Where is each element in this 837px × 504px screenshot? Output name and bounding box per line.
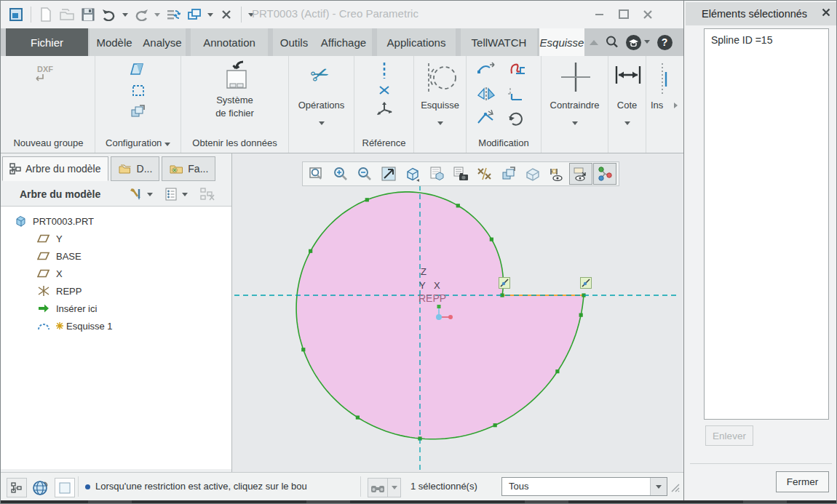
tree-item-csys[interactable]: REPP bbox=[1, 282, 231, 300]
cote-caret[interactable] bbox=[624, 121, 630, 125]
ins-overflow-arrow-icon[interactable] bbox=[674, 103, 678, 108]
zoom-window-icon[interactable] bbox=[305, 163, 328, 185]
file-system-button[interactable]: Système de fichier bbox=[181, 59, 288, 119]
corner-trim-icon[interactable] bbox=[507, 87, 525, 101]
window-switch-icon[interactable] bbox=[186, 7, 202, 23]
divide-icon[interactable] bbox=[477, 110, 496, 126]
new-file-icon[interactable] bbox=[38, 7, 54, 23]
constraints-display-icon[interactable] bbox=[569, 163, 592, 185]
tab-analyse[interactable]: Analyse bbox=[139, 28, 186, 56]
csys-x-handle[interactable] bbox=[448, 315, 453, 319]
tab-applications[interactable]: Applications bbox=[377, 28, 456, 56]
spline-point[interactable] bbox=[490, 238, 493, 241]
scissors-icon[interactable]: ✂ bbox=[307, 60, 333, 89]
dxf-import-icon[interactable]: DXF bbox=[37, 65, 53, 73]
tree-item-datum-y[interactable]: Y bbox=[1, 230, 231, 247]
tab-tellwatch[interactable]: TellWATCH bbox=[461, 28, 537, 56]
csys-z-handle[interactable] bbox=[437, 305, 441, 308]
tab-dossiers[interactable]: D... bbox=[111, 156, 160, 181]
sketch-orientation-icon[interactable] bbox=[497, 163, 520, 185]
constrain-plus-icon[interactable] bbox=[560, 60, 591, 94]
csys-origin-handle[interactable] bbox=[436, 314, 442, 320]
view-manager-icon[interactable] bbox=[425, 163, 448, 185]
redo-icon[interactable] bbox=[133, 7, 149, 23]
tree-settings-caret[interactable] bbox=[182, 193, 188, 196]
help-icon[interactable]: ? bbox=[656, 33, 673, 51]
vertices-display-icon[interactable] bbox=[593, 163, 616, 185]
saved-views-icon[interactable] bbox=[449, 163, 472, 185]
window-switch-caret[interactable] bbox=[207, 13, 213, 17]
save-icon[interactable] bbox=[80, 7, 96, 23]
tangent-constraint-badge[interactable] bbox=[580, 277, 592, 289]
sketch-circle-icon[interactable] bbox=[424, 62, 458, 94]
esquisse-button[interactable]: Esquisse bbox=[414, 100, 466, 111]
tab-modele[interactable]: Modèle bbox=[90, 28, 139, 56]
dimension-icon[interactable] bbox=[614, 65, 642, 85]
learning-center-icon[interactable] bbox=[624, 33, 642, 51]
centerline-icon[interactable] bbox=[381, 62, 388, 79]
zoom-out-icon[interactable] bbox=[353, 163, 376, 185]
sketch-view-icon[interactable] bbox=[130, 104, 147, 120]
close-button[interactable] bbox=[640, 8, 654, 20]
redo-caret[interactable] bbox=[154, 13, 160, 17]
cote-button[interactable]: Cote bbox=[608, 100, 646, 111]
tab-esquisse[interactable]: Esquisse bbox=[539, 28, 584, 56]
dynamic-trim-icon[interactable] bbox=[506, 62, 526, 76]
remove-button[interactable]: Enlever bbox=[705, 425, 753, 446]
spline-point[interactable] bbox=[579, 313, 583, 317]
coordinate-system-icon[interactable] bbox=[375, 101, 394, 119]
undo-caret[interactable] bbox=[122, 13, 128, 17]
tree-item-insert-here[interactable]: Insérer ici bbox=[1, 300, 231, 317]
find-icon[interactable] bbox=[368, 478, 388, 497]
sketch-canvas[interactable]: Z Y X REPP bbox=[232, 153, 683, 472]
tree-item-datum-base[interactable]: BASE bbox=[1, 247, 231, 265]
refit-icon[interactable] bbox=[377, 163, 400, 185]
datum-display-icon[interactable] bbox=[473, 163, 496, 185]
list-item[interactable]: Spline ID =15 bbox=[705, 29, 828, 51]
learning-center-caret[interactable] bbox=[644, 40, 650, 44]
modify-spline-icon[interactable] bbox=[477, 62, 496, 76]
find-caret[interactable] bbox=[387, 478, 401, 497]
minimize-button[interactable] bbox=[592, 8, 606, 20]
shade-closed-loops-icon[interactable] bbox=[521, 163, 544, 185]
operations-button[interactable]: Opérations bbox=[289, 100, 354, 111]
tree-item-part[interactable]: PRT0003.PRT bbox=[1, 212, 231, 230]
sketch-setup-icon[interactable] bbox=[130, 62, 147, 78]
undo-icon[interactable] bbox=[101, 7, 117, 23]
panel-close-icon[interactable] bbox=[820, 7, 832, 18]
display-style-icon[interactable] bbox=[401, 163, 424, 185]
tab-annotation[interactable]: Annotation bbox=[191, 28, 268, 56]
tab-outils[interactable]: Outils bbox=[273, 28, 315, 56]
regenerate-icon[interactable] bbox=[165, 7, 181, 23]
tree-tools-caret[interactable] bbox=[147, 193, 153, 196]
spline-point[interactable] bbox=[555, 369, 559, 373]
selected-items-list[interactable]: Spline ID =15 bbox=[704, 28, 829, 420]
operations-caret[interactable] bbox=[319, 121, 325, 125]
esquisse-caret[interactable] bbox=[437, 121, 443, 125]
spline-point[interactable] bbox=[301, 348, 305, 351]
dimension-display-icon[interactable] bbox=[545, 163, 568, 185]
zoom-in-icon[interactable] bbox=[329, 163, 352, 185]
spline-point[interactable] bbox=[356, 415, 360, 419]
rotate-resize-icon[interactable] bbox=[507, 110, 525, 126]
ribbon-collapse-icon[interactable] bbox=[585, 33, 603, 51]
spline-point[interactable] bbox=[309, 249, 312, 253]
open-file-icon[interactable] bbox=[59, 7, 75, 23]
sketch-plane-icon[interactable] bbox=[130, 84, 146, 98]
tree-item-datum-x[interactable]: X bbox=[1, 265, 231, 282]
tree-toggle-icon[interactable] bbox=[7, 478, 27, 497]
point-icon[interactable] bbox=[378, 85, 390, 95]
tree-tools-icon[interactable] bbox=[128, 186, 144, 202]
selection-filter-combo[interactable]: Tous bbox=[501, 477, 667, 496]
tree-hide-icon[interactable] bbox=[199, 186, 215, 202]
resize-grip-icon[interactable] bbox=[670, 483, 681, 493]
web-browser-icon[interactable] bbox=[30, 478, 50, 497]
fermer-button[interactable]: Fermer bbox=[776, 471, 829, 492]
tab-arbre-du-modele[interactable]: Arbre du modèle bbox=[2, 156, 108, 181]
tab-affichage[interactable]: Affichage bbox=[315, 28, 372, 56]
mirror-icon[interactable] bbox=[477, 87, 496, 101]
selection-filter-caret[interactable] bbox=[650, 478, 667, 495]
tab-fichier[interactable]: Fichier bbox=[6, 28, 88, 56]
maximize-button[interactable] bbox=[616, 8, 630, 20]
tree-settings-icon[interactable] bbox=[163, 186, 179, 202]
